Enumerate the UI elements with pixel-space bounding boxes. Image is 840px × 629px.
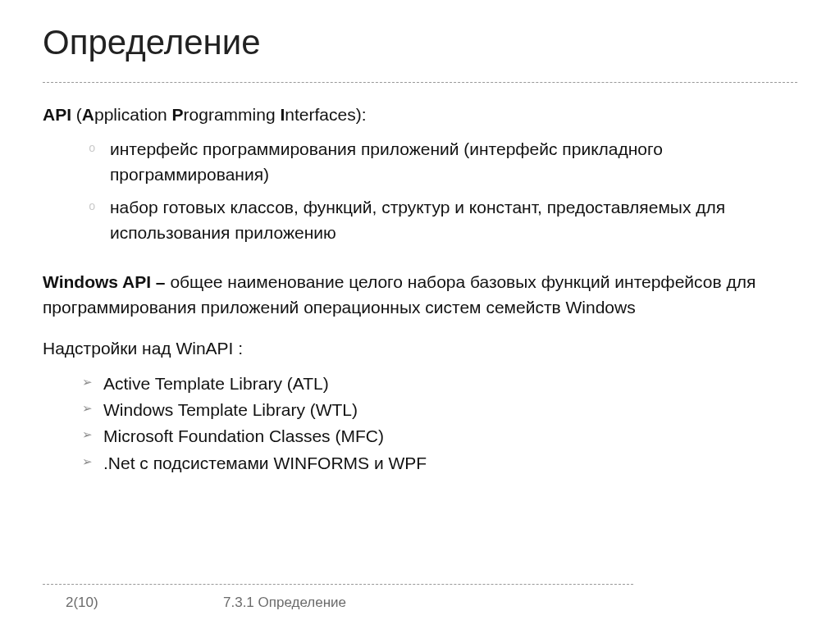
api-interfaces: nterfaces): <box>285 105 366 124</box>
winapi-paragraph: Windows API – общее наименование целого … <box>43 270 797 320</box>
api-A: A <box>82 105 94 124</box>
api-heading: API (Application Programming Interfaces)… <box>43 103 797 127</box>
api-label: API <box>43 105 71 124</box>
slide-title: Определение <box>43 23 797 62</box>
slide: Определение API (Application Programming… <box>0 0 840 629</box>
api-open: ( <box>71 105 82 124</box>
addon-item: Microsoft Foundation Classes (MFC) <box>43 424 797 449</box>
bullet-o-item: интерфейс программирования приложений (и… <box>43 137 797 187</box>
winapi-label: Windows API – <box>43 272 170 291</box>
addon-text: Microsoft Foundation Classes (MFC) <box>103 426 384 445</box>
bullet-o-text: интерфейс программирования приложений (и… <box>110 139 663 183</box>
page-number: 2(10) <box>43 595 223 611</box>
addon-text: .Net с подсистемами WINFORMS и WPF <box>103 454 427 472</box>
slide-footer: 2(10) 7.3.1 Определение <box>0 584 840 611</box>
footer-divider <box>43 584 633 585</box>
footer-row: 2(10) 7.3.1 Определение <box>43 595 797 611</box>
api-application: pplication <box>94 105 172 124</box>
addons-title: Надстройки над WinAPI : <box>43 336 797 361</box>
addon-item: Active Template Library (ATL) <box>43 371 797 396</box>
addon-text: Active Template Library (ATL) <box>103 374 329 393</box>
addon-item: Windows Template Library (WTL) <box>43 398 797 422</box>
addon-item: .Net с подсистемами WINFORMS и WPF <box>43 451 797 476</box>
footer-section: 7.3.1 Определение <box>223 595 346 611</box>
api-programming: rogramming <box>184 105 281 124</box>
title-divider <box>43 82 797 83</box>
addon-text: Windows Template Library (WTL) <box>103 400 358 419</box>
api-P: P <box>172 105 184 124</box>
bullet-o-text: набор готовых классов, функций, структур… <box>110 198 725 241</box>
bullet-o-item: набор готовых классов, функций, структур… <box>43 195 797 245</box>
slide-content: API (Application Programming Interfaces)… <box>43 103 797 476</box>
